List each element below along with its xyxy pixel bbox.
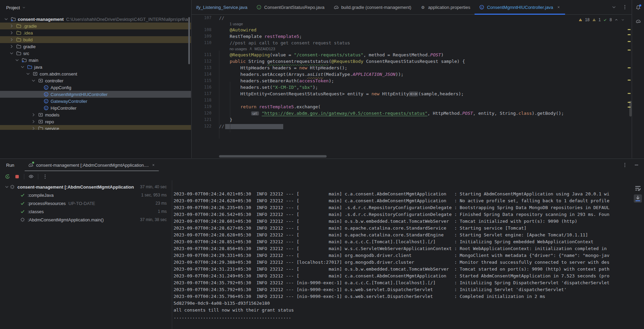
project-tree-item-models[interactable]: models <box>0 111 191 118</box>
project-tree-item-com-abdm-consent[interactable]: com.abdm.consent <box>0 70 191 77</box>
line-number[interactable]: 113 <box>192 65 219 71</box>
run-console[interactable]: 2023-09-07T00:24:24.021+05:30 INFO 23212… <box>172 180 644 329</box>
more-options-icon[interactable] <box>622 162 628 168</box>
project-tree-item--idea[interactable]: .idea <box>0 29 191 36</box>
error-stripe-mark[interactable] <box>628 80 631 81</box>
editor-tab-bar: ify_Listening_Service.javaIConsentGrantS… <box>192 0 632 15</box>
error-stripe-mark[interactable] <box>628 50 631 51</box>
line-number[interactable]: 116 <box>192 84 219 91</box>
line-number[interactable]: 111 <box>192 52 219 58</box>
project-tree-item--gradle[interactable]: .gradle <box>0 23 191 29</box>
console-log-line: 2023-09-07T00:24:26.542+05:30 INFO 23212… <box>174 211 644 218</box>
project-tree-item-appconfig[interactable]: CAppConfig <box>0 84 191 91</box>
tree-item-label: .gradle <box>23 24 37 29</box>
line-number[interactable]: 115 <box>192 78 219 84</box>
line-number[interactable]: 114 <box>192 71 219 78</box>
tab-options-icon[interactable] <box>622 4 628 10</box>
run-tree-item--compilejava[interactable]: :compileJava1 sec, 953 ms <box>0 191 172 199</box>
view-options-icon[interactable] <box>28 174 34 179</box>
tree-item-label: service <box>45 126 59 130</box>
run-configuration-tab[interactable]: consent-management [:AbdmConsentMgmtAppl… <box>25 159 159 171</box>
line-number[interactable]: 108 <box>192 27 219 33</box>
console-log-line: 2023-09-07T00:24:24.628+05:30 INFO 23212… <box>174 197 644 204</box>
chevron-down-icon[interactable] <box>9 51 14 56</box>
run-tree-item--abdmconsentmgmtapplication-main-[interactable]: :AbdmConsentMgmtApplication.main()37 min… <box>0 216 172 224</box>
project-tree-item-consent-management[interactable]: consent-managementC:\Users\shahi\OneDriv… <box>0 16 191 23</box>
editor-horizontal-scrollbar[interactable] <box>219 155 327 157</box>
line-number[interactable]: 110 <box>192 40 219 46</box>
chevron-right-icon[interactable] <box>31 112 36 118</box>
line-number[interactable]: 107 <box>192 15 219 21</box>
project-scrollbar[interactable] <box>188 17 190 64</box>
chevron-down-icon[interactable] <box>4 184 10 190</box>
project-tree-item-consentmgmnthiucontroller[interactable]: CConsentMgmntHIUController <box>0 91 191 98</box>
line-number[interactable]: 118 <box>192 97 219 104</box>
code-line-108: 108 @Autowired <box>192 27 627 33</box>
previous-problem-icon[interactable] <box>614 18 618 22</box>
line-number[interactable]: 119 <box>192 104 219 110</box>
editor-area: ify_Listening_Service.javaIConsentGrantS… <box>192 0 632 158</box>
soft-wrap-icon[interactable] <box>634 184 642 192</box>
chevron-down-icon[interactable] <box>20 64 25 70</box>
chevron-right-icon[interactable] <box>9 37 14 42</box>
minimize-icon[interactable] <box>634 162 639 168</box>
line-number[interactable]: 112 <box>192 58 219 65</box>
hidden-tabs-chevron-icon[interactable] <box>611 4 617 10</box>
project-tree-item-repo[interactable]: repo <box>0 118 191 125</box>
line-number[interactable]: 117 <box>192 91 219 97</box>
editor-tab-build-gradle-consent-management-[interactable]: build.gradle (consent-management) <box>329 0 416 14</box>
chevron-right-icon[interactable] <box>9 44 14 49</box>
project-tree-item-hipcontroller[interactable]: CHipController <box>0 105 191 111</box>
code-line-121: 121 } <box>192 116 627 123</box>
folded-generic-badge[interactable]: <~> <box>409 92 419 96</box>
code-editor[interactable]: 107//1 usage108 @Autowired109 RestTempla… <box>192 15 627 155</box>
run-tree-item--processresources[interactable]: :processResourcesUP-TO-DATE23 ms <box>0 199 172 207</box>
next-problem-icon[interactable] <box>621 18 625 22</box>
chevron-right-icon[interactable] <box>9 23 14 29</box>
gradle-toolwindow-icon[interactable] <box>635 18 641 24</box>
project-tree-item-build[interactable]: build <box>0 36 191 43</box>
project-tree-item-java[interactable]: java <box>0 64 191 70</box>
editor-vertical-scrollbar[interactable] <box>629 101 632 116</box>
chevron-right-icon[interactable] <box>31 119 36 124</box>
editor-tab-consentmgmnthiucontroller-java[interactable]: CConsentMgmntHIUController.java <box>475 0 565 14</box>
chevron-down-icon[interactable] <box>25 71 31 77</box>
project-tree-item-main[interactable]: main <box>0 57 191 64</box>
close-icon[interactable] <box>557 5 561 9</box>
project-tree-item-gradle[interactable]: gradle <box>0 43 191 50</box>
project-tree-item-gatewaycontroller[interactable]: CGatewayController <box>0 98 191 105</box>
project-tree-item-controller[interactable]: controller <box>0 77 191 84</box>
project-tree-item-service[interactable]: service <box>0 125 191 130</box>
more-options-icon[interactable] <box>42 174 48 179</box>
error-stripe-mark[interactable] <box>628 29 631 30</box>
close-icon[interactable] <box>151 163 155 167</box>
editor-tab-consentgrantstatusrepo-java[interactable]: IConsentGrantStatusRepo.java <box>252 0 329 14</box>
project-panel-header[interactable]: Project <box>0 0 191 15</box>
stop-icon[interactable] <box>14 174 20 179</box>
scroll-to-end-icon[interactable] <box>634 194 642 203</box>
notifications-bell-icon[interactable] <box>635 5 641 10</box>
run-tree-item--classes[interactable]: :classes1 ms <box>0 207 172 216</box>
code-inlay-hint[interactable]: no usagesMDZAID123 <box>192 46 627 52</box>
line-number[interactable]: 120 <box>192 110 219 116</box>
error-stripe-mark[interactable] <box>628 41 631 42</box>
chevron-right-icon[interactable] <box>31 126 36 130</box>
editor-tab-ify-listening-service-java[interactable]: ify_Listening_Service.java <box>192 0 252 14</box>
package-icon <box>38 112 43 118</box>
line-number[interactable]: 122 <box>192 123 219 129</box>
inspections-widget[interactable]: 1818 <box>578 17 625 22</box>
run-tree-item-consent-management-abdmconsentmgmtapplication[interactable]: consent-management [:AbdmConsentMgmtAppl… <box>0 183 172 191</box>
error-stripe-mark[interactable] <box>628 34 631 35</box>
chevron-down-icon[interactable] <box>14 57 20 63</box>
error-stripe-mark[interactable] <box>628 93 631 94</box>
line-number[interactable]: 109 <box>192 33 219 40</box>
chevron-down-icon[interactable] <box>31 78 36 83</box>
project-tree-item-src[interactable]: src <box>0 50 191 57</box>
rerun-icon[interactable] <box>5 174 10 179</box>
chevron-right-icon[interactable] <box>9 30 14 36</box>
code-inlay-hint[interactable]: 1 usage <box>192 21 627 27</box>
line-number[interactable]: 121 <box>192 116 219 123</box>
error-stripe-mark[interactable] <box>628 67 631 68</box>
editor-tab-application-properties[interactable]: ⚙application.properties <box>416 0 475 14</box>
chevron-down-icon[interactable] <box>3 16 9 22</box>
